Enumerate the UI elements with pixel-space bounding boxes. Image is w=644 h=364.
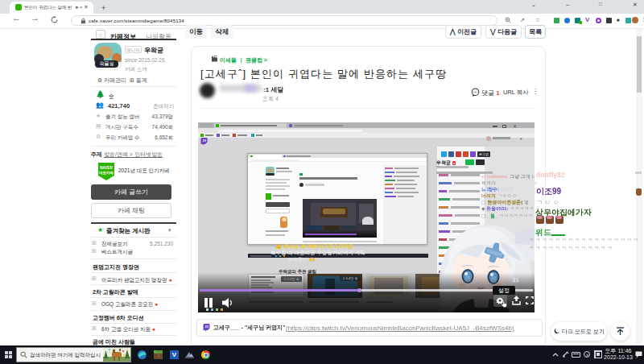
svg-text:NAVER: NAVER bbox=[100, 166, 113, 170]
